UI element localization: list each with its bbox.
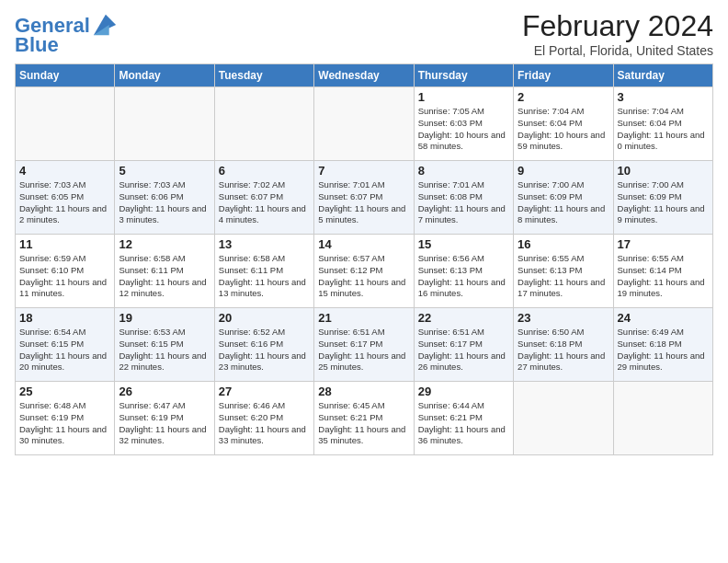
day-number: 21 [318,311,409,325]
day-info: Sunrise: 6:45 AMSunset: 6:21 PMDaylight:… [318,400,409,447]
calendar-cell: 28Sunrise: 6:45 AMSunset: 6:21 PMDayligh… [314,382,414,455]
day-info: Sunrise: 6:55 AMSunset: 6:14 PMDaylight:… [618,253,709,300]
title-month: February 2024 [522,9,713,43]
calendar-cell: 1Sunrise: 7:05 AMSunset: 6:03 PMDaylight… [414,87,513,161]
day-number: 22 [418,311,509,325]
day-number: 1 [418,90,509,104]
day-info: Sunrise: 6:47 AMSunset: 6:19 PMDaylight:… [119,400,210,447]
day-number: 16 [518,237,609,251]
calendar-cell: 27Sunrise: 6:46 AMSunset: 6:20 PMDayligh… [214,382,313,455]
day-info: Sunrise: 6:58 AMSunset: 6:11 PMDaylight:… [119,253,210,300]
calendar-cell [514,382,613,455]
day-info: Sunrise: 7:04 AMSunset: 6:04 PMDaylight:… [618,106,709,153]
day-number: 9 [518,164,609,178]
logo-icon [92,13,118,39]
header: General Blue February 2024 El Portal, Fl… [15,9,713,58]
day-info: Sunrise: 7:01 AMSunset: 6:08 PMDaylight:… [418,179,509,226]
calendar-cell: 12Sunrise: 6:58 AMSunset: 6:11 PMDayligh… [115,235,214,308]
logo: General Blue [15,13,118,55]
calendar-cell [16,87,115,161]
header-monday: Monday [115,64,214,87]
calendar-cell: 2Sunrise: 7:04 AMSunset: 6:04 PMDaylight… [514,87,613,161]
calendar-cell: 24Sunrise: 6:49 AMSunset: 6:18 PMDayligh… [613,308,712,382]
calendar-header-row: Sunday Monday Tuesday Wednesday Thursday… [16,64,713,87]
day-info: Sunrise: 7:05 AMSunset: 6:03 PMDaylight:… [418,106,509,153]
calendar-cell: 25Sunrise: 6:48 AMSunset: 6:19 PMDayligh… [16,382,115,455]
calendar-cell: 29Sunrise: 6:44 AMSunset: 6:21 PMDayligh… [414,382,513,455]
calendar-week-4: 18Sunrise: 6:54 AMSunset: 6:15 PMDayligh… [16,308,713,382]
calendar-cell: 21Sunrise: 6:51 AMSunset: 6:17 PMDayligh… [314,308,414,382]
calendar-cell: 5Sunrise: 7:03 AMSunset: 6:06 PMDaylight… [115,161,214,235]
day-info: Sunrise: 6:51 AMSunset: 6:17 PMDaylight:… [318,327,409,373]
calendar-cell: 8Sunrise: 7:01 AMSunset: 6:08 PMDaylight… [414,161,513,235]
day-info: Sunrise: 6:50 AMSunset: 6:18 PMDaylight:… [518,327,609,373]
calendar-cell: 10Sunrise: 7:00 AMSunset: 6:09 PMDayligh… [613,161,712,235]
header-wednesday: Wednesday [314,64,414,87]
calendar-cell [115,87,214,161]
day-number: 27 [219,385,310,398]
day-number: 15 [418,237,509,251]
day-info: Sunrise: 7:01 AMSunset: 6:07 PMDaylight:… [318,179,409,226]
calendar-cell: 13Sunrise: 6:58 AMSunset: 6:11 PMDayligh… [214,235,313,308]
day-number: 18 [19,311,110,325]
day-info: Sunrise: 7:04 AMSunset: 6:04 PMDaylight:… [518,106,609,153]
header-tuesday: Tuesday [214,64,313,87]
day-number: 17 [618,237,709,251]
calendar-cell: 11Sunrise: 6:59 AMSunset: 6:10 PMDayligh… [16,235,115,308]
header-saturday: Saturday [613,64,712,87]
day-info: Sunrise: 7:02 AMSunset: 6:07 PMDaylight:… [219,179,310,226]
day-number: 13 [219,237,310,251]
calendar-cell: 23Sunrise: 6:50 AMSunset: 6:18 PMDayligh… [514,308,613,382]
day-info: Sunrise: 6:46 AMSunset: 6:20 PMDaylight:… [219,400,310,447]
day-info: Sunrise: 7:00 AMSunset: 6:09 PMDaylight:… [518,179,609,226]
calendar-cell: 4Sunrise: 7:03 AMSunset: 6:05 PMDaylight… [16,161,115,235]
day-info: Sunrise: 6:51 AMSunset: 6:17 PMDaylight:… [418,327,509,373]
header-thursday: Thursday [414,64,513,87]
day-number: 3 [618,90,709,104]
day-info: Sunrise: 6:58 AMSunset: 6:11 PMDaylight:… [219,253,310,300]
day-number: 29 [418,385,509,398]
day-number: 8 [418,164,509,178]
day-info: Sunrise: 6:48 AMSunset: 6:19 PMDaylight:… [19,400,110,447]
calendar-cell: 17Sunrise: 6:55 AMSunset: 6:14 PMDayligh… [613,235,712,308]
day-number: 11 [19,237,110,251]
calendar-week-3: 11Sunrise: 6:59 AMSunset: 6:10 PMDayligh… [16,235,713,308]
page: General Blue February 2024 El Portal, Fl… [0,0,728,563]
day-number: 24 [618,311,709,325]
title-location: El Portal, Florida, United States [522,43,713,58]
day-number: 23 [518,311,609,325]
day-number: 6 [219,164,310,178]
header-sunday: Sunday [16,64,115,87]
day-info: Sunrise: 6:55 AMSunset: 6:13 PMDaylight:… [518,253,609,300]
day-number: 14 [318,237,409,251]
calendar-cell: 15Sunrise: 6:56 AMSunset: 6:13 PMDayligh… [414,235,513,308]
day-info: Sunrise: 6:56 AMSunset: 6:13 PMDaylight:… [418,253,509,300]
day-info: Sunrise: 7:03 AMSunset: 6:06 PMDaylight:… [119,179,210,226]
calendar-cell: 3Sunrise: 7:04 AMSunset: 6:04 PMDaylight… [613,87,712,161]
calendar-cell: 9Sunrise: 7:00 AMSunset: 6:09 PMDaylight… [514,161,613,235]
calendar: Sunday Monday Tuesday Wednesday Thursday… [15,63,713,455]
day-number: 10 [618,164,709,178]
calendar-week-5: 25Sunrise: 6:48 AMSunset: 6:19 PMDayligh… [16,382,713,455]
day-number: 5 [119,164,210,178]
day-info: Sunrise: 6:49 AMSunset: 6:18 PMDaylight:… [618,327,709,373]
calendar-cell: 19Sunrise: 6:53 AMSunset: 6:15 PMDayligh… [115,308,214,382]
calendar-cell [214,87,313,161]
day-number: 19 [119,311,210,325]
logo-blue: Blue [15,35,59,55]
day-info: Sunrise: 6:44 AMSunset: 6:21 PMDaylight:… [418,400,509,447]
day-number: 25 [19,385,110,398]
day-info: Sunrise: 7:03 AMSunset: 6:05 PMDaylight:… [19,179,110,226]
calendar-cell: 7Sunrise: 7:01 AMSunset: 6:07 PMDaylight… [314,161,414,235]
calendar-cell: 18Sunrise: 6:54 AMSunset: 6:15 PMDayligh… [16,308,115,382]
calendar-week-1: 1Sunrise: 7:05 AMSunset: 6:03 PMDaylight… [16,87,713,161]
calendar-cell: 16Sunrise: 6:55 AMSunset: 6:13 PMDayligh… [514,235,613,308]
calendar-cell [613,382,712,455]
title-area: February 2024 El Portal, Florida, United… [522,9,713,58]
day-number: 20 [219,311,310,325]
day-number: 2 [518,90,609,104]
day-info: Sunrise: 7:00 AMSunset: 6:09 PMDaylight:… [618,179,709,226]
calendar-cell: 20Sunrise: 6:52 AMSunset: 6:16 PMDayligh… [214,308,313,382]
header-friday: Friday [514,64,613,87]
calendar-cell: 22Sunrise: 6:51 AMSunset: 6:17 PMDayligh… [414,308,513,382]
